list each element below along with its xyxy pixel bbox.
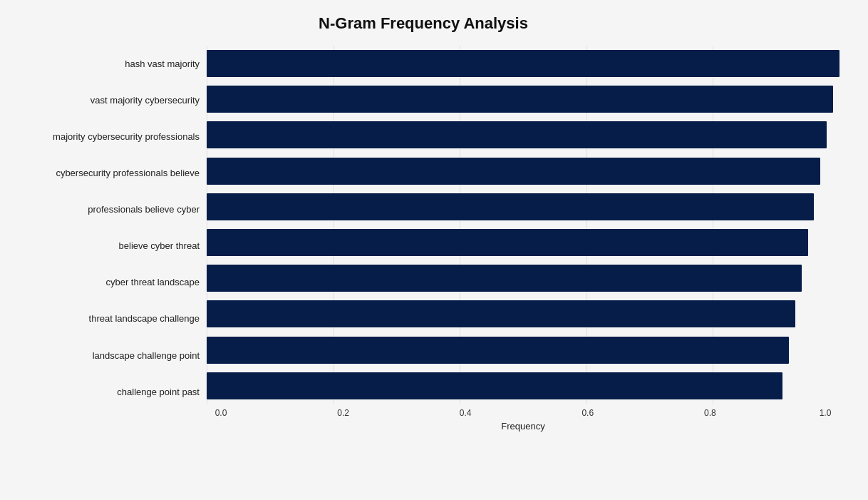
bar-row: [207, 371, 839, 401]
bar-row: [207, 192, 839, 222]
y-label: cybersecurity professionals believe: [7, 155, 200, 191]
bar: [207, 86, 833, 113]
bar-row: [207, 299, 839, 329]
x-tick: 0.4: [451, 408, 480, 418]
bar-row: [207, 156, 839, 186]
y-label: believe cyber threat: [7, 228, 200, 264]
x-tick: 0.8: [696, 408, 724, 418]
bar: [207, 229, 808, 256]
x-tick: 0.0: [207, 408, 235, 418]
y-label: challenge point past: [7, 374, 200, 410]
chart-container: N-Gram Frequency Analysis hash vast majo…: [0, 0, 868, 500]
bar: [207, 372, 782, 399]
bar-row: [207, 263, 839, 293]
y-label: hash vast majority: [7, 46, 200, 82]
bars-wrapper: [207, 46, 839, 404]
x-tick: 1.0: [811, 408, 839, 418]
bar-row: [207, 49, 839, 78]
y-label: landscape challenge point: [7, 337, 200, 374]
y-label: vast majority cybersecurity: [7, 82, 200, 118]
bars-section: 0.00.20.40.60.81.0 Frequency: [207, 46, 839, 432]
bar: [207, 265, 802, 292]
bar-row: [207, 335, 839, 365]
y-label: professionals believe cyber: [7, 191, 200, 228]
x-axis-label: Frequency: [207, 421, 839, 432]
chart-title: N-Gram Frequency Analysis: [7, 14, 839, 33]
bar-row: [207, 84, 839, 114]
chart-area: hash vast majorityvast majority cybersec…: [7, 46, 839, 432]
bar-row: [207, 120, 839, 150]
x-tick: 0.6: [574, 408, 602, 418]
x-axis: 0.00.20.40.60.81.0: [207, 404, 839, 418]
bar: [207, 300, 795, 327]
bar: [207, 50, 839, 77]
y-labels: hash vast majorityvast majority cybersec…: [7, 46, 207, 432]
x-tick: 0.2: [329, 408, 358, 418]
bar-row: [207, 228, 839, 257]
y-label: majority cybersecurity professionals: [7, 118, 200, 155]
bar: [207, 121, 827, 148]
bar: [207, 193, 814, 220]
y-label: cyber threat landscape: [7, 265, 200, 301]
y-label: threat landscape challenge: [7, 301, 200, 337]
bar: [207, 337, 789, 364]
bar: [207, 158, 820, 185]
